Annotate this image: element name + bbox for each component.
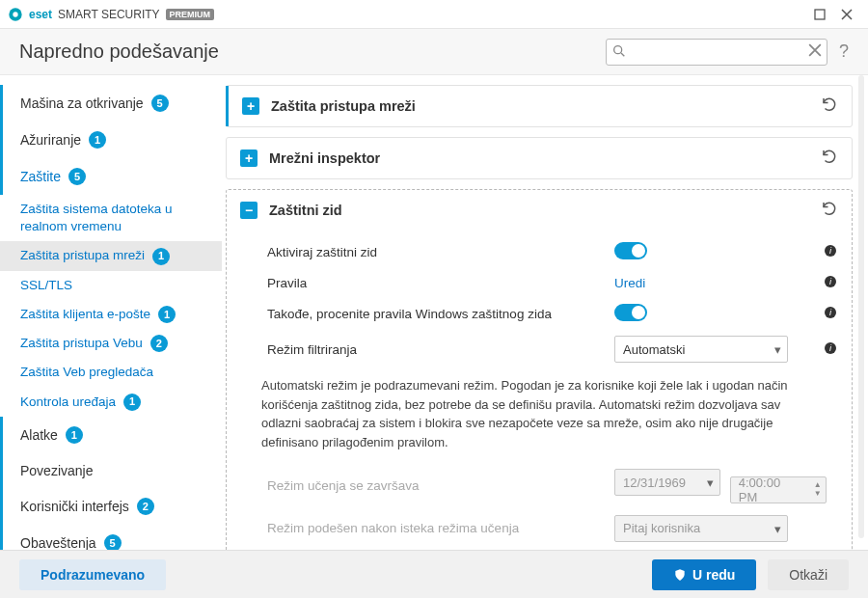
panel-title: Mrežni inspektor bbox=[269, 150, 809, 166]
badge: 1 bbox=[123, 394, 141, 411]
sidebar-item-label: Alatke bbox=[20, 427, 58, 443]
shield-icon bbox=[673, 568, 687, 582]
date-value: 12/31/1969 bbox=[623, 476, 686, 490]
stepper-icon: ▲▼ bbox=[814, 480, 822, 498]
setting-label: Aktiviraj zaštitni zid bbox=[267, 245, 614, 259]
undo-button[interactable] bbox=[821, 148, 838, 169]
panel-network-access: Zaštita pristupa mreži bbox=[226, 85, 853, 127]
ok-label: U redu bbox=[692, 567, 735, 583]
select-after-learn: Pitaj korisnika ▾ bbox=[614, 515, 788, 542]
panel-title: Zaštita pristupa mreži bbox=[271, 98, 809, 114]
sidebar-item-label: Mašina za otkrivanje bbox=[20, 95, 144, 111]
sidebar-item-label: Zaštita sistema datoteka u realnom vreme… bbox=[20, 201, 204, 235]
select-filter-mode[interactable]: Automatski ▾ bbox=[614, 336, 788, 363]
sidebar-item-notifications[interactable]: Obaveštenja 5 bbox=[0, 525, 222, 550]
square-icon bbox=[814, 9, 826, 20]
panel-head-network-access[interactable]: Zaštita pristupa mreži bbox=[226, 86, 852, 126]
sidebar-item-label: SSL/TLS bbox=[20, 277, 72, 294]
sidebar-item-label: Obaveštenja bbox=[20, 535, 96, 550]
setting-label: Pravila bbox=[267, 276, 614, 290]
sidebar-sub-browser-protection[interactable]: Zaštita Veb pregledača bbox=[0, 358, 222, 387]
brand-eset: eset bbox=[29, 8, 52, 21]
badge: 2 bbox=[137, 498, 154, 515]
sidebar-sub-realtime-fs[interactable]: Zaštita sistema datoteka u realnom vreme… bbox=[0, 195, 222, 241]
sidebar-item-connectivity[interactable]: Povezivanje bbox=[0, 453, 222, 488]
page-title: Napredno podešavanje bbox=[19, 41, 219, 63]
brand-product: SMART SECURITY bbox=[58, 8, 160, 21]
info-button[interactable]: i bbox=[823, 305, 838, 323]
badge: 1 bbox=[152, 248, 170, 265]
undo-button[interactable] bbox=[821, 95, 838, 117]
badge: 1 bbox=[89, 131, 106, 149]
window-maximize-button[interactable] bbox=[806, 1, 833, 28]
undo-icon bbox=[821, 148, 838, 165]
info-icon: i bbox=[823, 340, 838, 356]
row-filter-mode: Režim filtriranja Automatski ▾ i bbox=[261, 330, 844, 368]
row-enable-firewall: Aktiviraj zaštitni zid i bbox=[261, 236, 844, 268]
sidebar-item-protections[interactable]: Zaštite 5 bbox=[0, 158, 222, 195]
header: Napredno podešavanje ? bbox=[0, 29, 868, 75]
brand-tier: PREMIUM bbox=[166, 9, 215, 20]
chevron-down-icon: ▾ bbox=[707, 476, 714, 490]
cancel-button[interactable]: Otkaži bbox=[768, 559, 849, 590]
sidebar-sub-web-access[interactable]: Zaštita pristupa Vebu 2 bbox=[0, 329, 222, 358]
search-clear-button[interactable] bbox=[808, 43, 822, 61]
time-learn-end: 4:00:00 PM ▲▼ bbox=[730, 476, 827, 503]
x-icon bbox=[808, 43, 822, 57]
sidebar-item-label: Zaštita pristupa Vebu bbox=[20, 335, 143, 352]
time-value: 4:00:00 PM bbox=[739, 476, 802, 504]
brand: eset SMART SECURITY PREMIUM bbox=[8, 7, 214, 22]
panel-head-network-inspector[interactable]: Mrežni inspektor bbox=[227, 138, 852, 178]
sidebar-item-label: Zaštita pristupa mreži bbox=[20, 247, 145, 264]
panel-network-inspector: Mrežni inspektor bbox=[226, 137, 853, 179]
sidebar-item-tools[interactable]: Alatke 1 bbox=[0, 417, 222, 453]
sidebar: Mašina za otkrivanje 5 Ažuriranje 1 Zašt… bbox=[0, 75, 222, 550]
default-button[interactable]: Podrazumevano bbox=[19, 559, 166, 590]
panel-head-firewall[interactable]: Zaštitni zid bbox=[227, 190, 852, 231]
search-wrap bbox=[606, 39, 827, 66]
sidebar-sub-ssl-tls[interactable]: SSL/TLS bbox=[0, 271, 222, 300]
footer: Podrazumevano U redu Otkaži bbox=[0, 550, 868, 598]
help-button[interactable]: ? bbox=[839, 41, 849, 62]
panel-title: Zaštitni zid bbox=[269, 203, 809, 218]
search-input[interactable] bbox=[606, 39, 827, 66]
setting-label: Režim filtriranja bbox=[267, 342, 614, 357]
badge: 5 bbox=[151, 95, 169, 112]
undo-icon bbox=[821, 200, 838, 217]
sidebar-sub-device-control[interactable]: Kontrola uređaja 1 bbox=[0, 388, 222, 417]
select-value: Automatski bbox=[623, 342, 685, 357]
select-value: Pitaj korisnika bbox=[623, 521, 700, 535]
sidebar-item-label: Ažuriranje bbox=[20, 132, 81, 148]
edit-rules-link[interactable]: Uredi bbox=[614, 276, 645, 290]
badge: 5 bbox=[68, 168, 86, 185]
toggle-windows-rules[interactable] bbox=[614, 304, 647, 321]
sidebar-item-label: Zaštita Veb pregledača bbox=[20, 364, 153, 381]
date-learn-end: 12/31/1969 ▾ bbox=[614, 469, 720, 496]
eset-logo-icon bbox=[8, 7, 23, 22]
badge: 1 bbox=[158, 306, 176, 323]
badge: 2 bbox=[150, 335, 168, 352]
svg-point-1 bbox=[13, 12, 17, 16]
search-icon bbox=[611, 43, 627, 63]
undo-icon bbox=[821, 95, 838, 113]
sidebar-sub-network-access[interactable]: Zaštita pristupa mreži 1 bbox=[0, 241, 222, 270]
setting-label: Takođe, procenite pravila Windows zaštit… bbox=[267, 307, 614, 321]
sidebar-item-ui[interactable]: Korisnički interfejs 2 bbox=[0, 488, 222, 525]
sidebar-item-update[interactable]: Ažuriranje 1 bbox=[0, 122, 222, 158]
toggle-enable-firewall[interactable] bbox=[614, 242, 647, 259]
info-button[interactable]: i bbox=[823, 274, 838, 292]
badge: 1 bbox=[66, 426, 83, 444]
sidebar-item-label: Korisnički interfejs bbox=[20, 499, 129, 514]
window-close-button[interactable] bbox=[833, 1, 860, 28]
ok-button[interactable]: U redu bbox=[652, 559, 756, 590]
undo-button[interactable] bbox=[821, 200, 838, 221]
info-button[interactable]: i bbox=[823, 243, 838, 261]
sidebar-item-detection-engine[interactable]: Mašina za otkrivanje 5 bbox=[0, 85, 222, 122]
collapse-icon bbox=[240, 202, 258, 219]
sidebar-sub-email-client[interactable]: Zaštita klijenta e-pošte 1 bbox=[0, 300, 222, 329]
info-button[interactable]: i bbox=[823, 340, 838, 359]
scrollbar[interactable] bbox=[858, 75, 864, 538]
setting-label: Režim podešen nakon isteka režima učenja bbox=[267, 521, 614, 535]
info-icon: i bbox=[823, 274, 838, 289]
chevron-down-icon: ▾ bbox=[774, 522, 781, 536]
